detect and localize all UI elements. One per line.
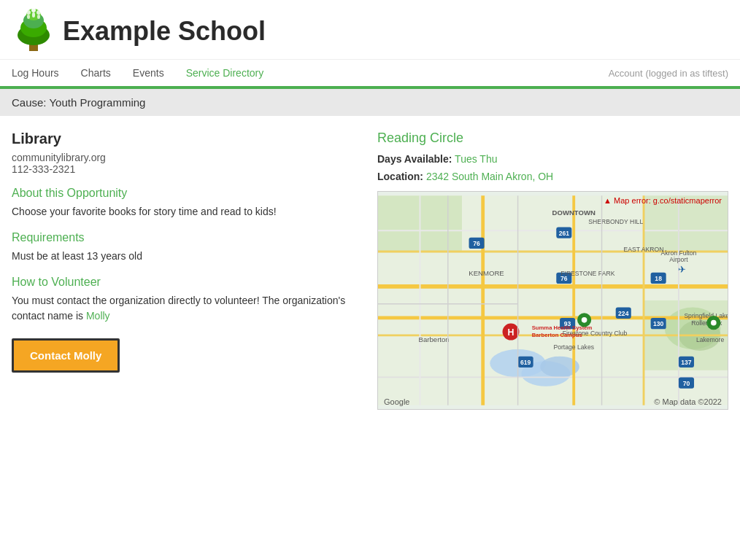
svg-text:Airport: Airport: [669, 256, 688, 263]
school-title: Example School: [63, 16, 266, 47]
left-panel: Library communitylibrary.org 112-333-232…: [12, 131, 363, 410]
svg-point-7: [36, 10, 41, 15]
navigation: Log Hours Charts Events Service Director…: [0, 60, 740, 89]
svg-text:EAST AKRON: EAST AKRON: [624, 246, 664, 253]
org-name: Library: [12, 131, 363, 147]
svg-point-72: [711, 320, 717, 326]
svg-text:✈: ✈: [678, 264, 686, 275]
svg-text:76: 76: [473, 240, 480, 247]
about-section-text: Choose your favorite books for story tim…: [12, 204, 363, 219]
nav-events[interactable]: Events: [133, 67, 164, 79]
svg-text:DOWNTOWN: DOWNTOWN: [552, 209, 596, 217]
map-container: 76 261 76 18 224 130 93 619 137 70: [377, 191, 728, 410]
nav-charts[interactable]: Charts: [81, 67, 111, 79]
map-google-attribution: Google: [384, 397, 409, 406]
svg-text:224: 224: [618, 310, 629, 317]
svg-text:H: H: [508, 327, 514, 338]
about-section-title: About this Opportunity: [12, 187, 363, 200]
svg-text:Barberton: Barberton: [419, 335, 450, 343]
school-logo-icon: [12, 7, 55, 55]
svg-text:261: 261: [559, 230, 570, 237]
location-value: 2342 South Main Akron, OH: [426, 171, 553, 182]
svg-text:FIRESTONE PARK: FIRESTONE PARK: [560, 270, 615, 277]
svg-rect-9: [32, 12, 35, 18]
opportunity-title: Reading Circle: [377, 131, 728, 146]
svg-text:Akron Fulton: Akron Fulton: [661, 249, 697, 257]
how-section-title: How to Volunteer: [12, 276, 363, 289]
days-label: Days Available:: [377, 153, 452, 165]
contact-name: Molly: [86, 310, 110, 322]
cause-banner: Cause: Youth Programming: [0, 89, 740, 116]
svg-rect-8: [27, 15, 30, 19]
requirements-section-text: Must be at least 13 years old: [12, 249, 363, 264]
days-available: Days Available: Tues Thu: [377, 153, 728, 165]
svg-text:619: 619: [520, 359, 531, 366]
location-label: Location:: [377, 171, 423, 182]
contact-molly-button[interactable]: Contact Molly: [12, 338, 120, 373]
logo-area: Example School: [12, 7, 266, 55]
map-error-text: ▲ Map error: g.co/staticmaperror: [604, 196, 722, 205]
org-website: communitylibrary.org: [12, 152, 363, 163]
svg-rect-10: [37, 15, 40, 19]
svg-text:Barberton Campus: Barberton Campus: [532, 332, 582, 338]
location-line: Location: 2342 South Main Akron, OH: [377, 171, 728, 182]
svg-point-70: [582, 317, 587, 323]
nav-service-directory[interactable]: Service Directory: [186, 67, 264, 79]
nav-log-hours[interactable]: Log Hours: [12, 67, 59, 79]
map-data-attribution: © Map data ©2022: [654, 397, 722, 406]
account-area: Account (logged in as tiftest): [609, 67, 728, 79]
svg-text:70: 70: [683, 380, 690, 387]
map-svg: 76 261 76 18 224 130 93 619 137 70: [378, 192, 728, 409]
main-content: Library communitylibrary.org 112-333-232…: [0, 123, 740, 417]
svg-text:KENMORE: KENMORE: [469, 269, 504, 277]
svg-point-5: [26, 10, 31, 15]
account-user: (logged in as tiftest): [646, 68, 728, 79]
account-label[interactable]: Account: [609, 68, 643, 79]
requirements-section-title: Requirements: [12, 231, 363, 244]
svg-text:Springfield Lake: Springfield Lake: [684, 312, 728, 319]
svg-text:137: 137: [681, 359, 692, 366]
how-section-text: You must contact the organization direct…: [12, 293, 363, 324]
svg-text:Portage Lakes: Portage Lakes: [553, 343, 594, 351]
svg-text:130: 130: [653, 320, 664, 327]
svg-text:18: 18: [655, 275, 662, 282]
svg-point-6: [31, 8, 36, 12]
header: Example School: [0, 0, 740, 60]
svg-text:SHERBONDY HILL: SHERBONDY HILL: [588, 218, 643, 225]
days-value: Tues Thu: [455, 153, 497, 165]
right-panel: Reading Circle Days Available: Tues Thu …: [377, 131, 728, 410]
org-phone: 112-333-2321: [12, 163, 363, 175]
svg-text:Lakemore: Lakemore: [696, 336, 724, 343]
